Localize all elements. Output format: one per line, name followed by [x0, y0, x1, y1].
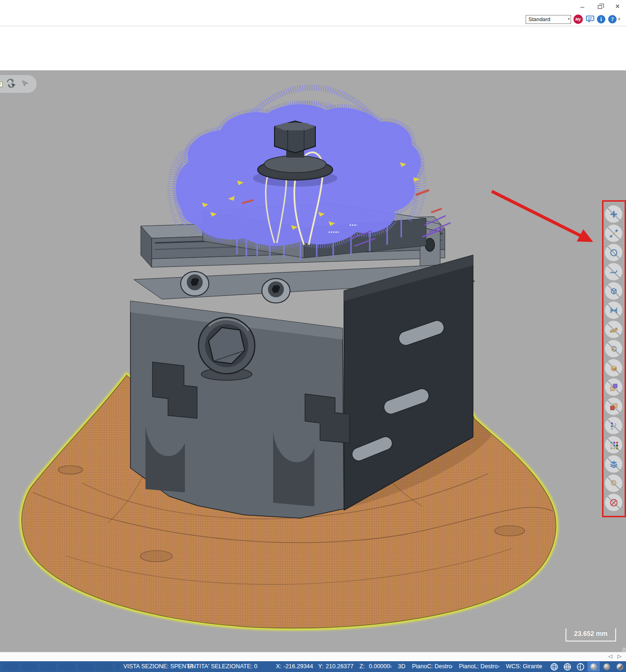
x-coordinate-label[interactable]: X: — [276, 663, 282, 670]
quickmask-surfaces-button[interactable] — [605, 321, 622, 338]
collapse-ribbon-button[interactable]: ∧ — [618, 16, 621, 21]
bolt-hole — [495, 526, 525, 536]
endpoints-icon — [609, 229, 618, 238]
selection-overlay-toolbar: ✓ — [0, 75, 37, 93]
y-coordinate-value[interactable]: 210.26377 — [326, 663, 353, 670]
feedback-button[interactable] — [585, 14, 595, 24]
quickmask-levels-button[interactable] — [605, 455, 622, 473]
restore-button[interactable] — [594, 1, 606, 12]
y-coordinate-label[interactable]: Y: — [318, 663, 323, 670]
quickmask-entity-attributes-button[interactable] — [605, 417, 622, 434]
chevron-down-icon[interactable]: ∨ — [539, 664, 542, 669]
gear-icon: ⚙ — [610, 479, 617, 487]
quickmask-endpoints-button[interactable] — [605, 225, 622, 242]
wireframe-globe-icon — [550, 663, 558, 671]
bolt-hole — [140, 551, 172, 562]
tplane-selector[interactable]: PianoL: Destro — [459, 663, 498, 670]
socket-screw — [262, 279, 290, 303]
style-dropdown-value: Standard — [528, 16, 550, 22]
mesh-squares-icon — [609, 383, 618, 392]
quickmask-solids-button[interactable] — [605, 359, 622, 377]
annotation-arrow — [492, 191, 593, 242]
quickmask-wireframe-button[interactable] — [605, 282, 622, 300]
color-grid-icon — [609, 440, 618, 450]
display-mode-wireframe-button[interactable] — [548, 662, 560, 672]
title-bar: – × — [0, 0, 626, 13]
restore-icon — [598, 5, 602, 9]
surface-icon — [609, 325, 618, 334]
translucent-sphere-icon — [616, 663, 624, 671]
chevron-down-icon[interactable]: ∨ — [389, 664, 392, 669]
display-mode-hidden-lines-button[interactable] — [574, 662, 587, 672]
quickmask-arcs-button[interactable] — [605, 244, 622, 261]
status-bar: VISTA SEZIONE: SPENTA ENTITA' SELEZIONAT… — [0, 661, 626, 672]
circle-icon — [609, 248, 618, 257]
quickmask-results-button[interactable] — [605, 398, 622, 415]
quickmask-points-button[interactable] — [605, 205, 622, 223]
help-icon: ? — [608, 15, 617, 23]
scene-canvas — [0, 70, 626, 652]
color-squares-icon — [609, 402, 618, 411]
horizontal-scrollbar: ◁ ▷ — [0, 652, 626, 661]
info-icon: i — [597, 15, 605, 23]
z-coordinate-value[interactable]: 0.00000 — [369, 663, 390, 670]
quickmask-surface-solids-button[interactable] — [605, 340, 622, 357]
close-button[interactable]: × — [611, 1, 624, 12]
wireframe-cube-icon — [609, 287, 618, 296]
quickmask-meshes-button[interactable] — [605, 378, 622, 396]
display-mode-translucent-button[interactable] — [614, 662, 626, 672]
x-coordinate-value[interactable]: -216.29344 — [283, 663, 313, 670]
help-button[interactable]: ? — [607, 14, 618, 24]
scroll-right-icon[interactable]: ▷ — [618, 653, 621, 659]
quickmask-dimensions-button[interactable] — [605, 302, 622, 319]
surface-cube-icon — [609, 344, 618, 354]
wcs-selector[interactable]: WCS: Girante — [506, 663, 542, 670]
attributes-list-icon — [609, 421, 618, 430]
scale-indicator: 23.652 mm — [565, 628, 616, 642]
spline-icon — [609, 267, 618, 277]
quick-mask-toolbar: ⚙ — [605, 205, 623, 513]
bolt-hole — [58, 466, 83, 474]
quickmask-by-color-button[interactable] — [605, 436, 622, 453]
socket-screw — [181, 272, 209, 296]
dimension-icon — [609, 306, 618, 315]
entities-selected-status: ENTITA' SELEZIONATE: 0 — [188, 663, 257, 670]
wireframe-globe-dense-icon — [563, 663, 572, 671]
quickmask-settings-button[interactable]: ⚙ — [605, 475, 622, 492]
display-mode-wireframe-dense-button[interactable] — [561, 662, 573, 672]
layers-icon — [609, 460, 618, 469]
style-dropdown[interactable]: Standard ▾ — [526, 15, 571, 24]
cplane-selector[interactable]: PianoC: Destro — [412, 663, 452, 670]
gray-sphere-icon — [603, 663, 611, 671]
info-button[interactable]: i — [596, 14, 606, 24]
my-mastercam-button[interactable]: My — [573, 14, 583, 24]
dimension-mode-toggle[interactable]: 3D — [398, 663, 405, 670]
display-mode-shaded-no-edges-button[interactable] — [601, 662, 613, 672]
scrollbar-corner — [622, 648, 626, 652]
shaded-sphere-icon — [589, 663, 598, 671]
section-view-status: VISTA SEZIONE: SPENTA — [123, 663, 193, 670]
scale-label: 23.652 mm — [574, 630, 608, 637]
feedback-icon — [586, 15, 595, 23]
reselect-icon[interactable] — [6, 78, 16, 91]
my-mastercam-logo: My — [573, 15, 583, 24]
scroll-left-icon[interactable]: ◁ — [608, 653, 612, 659]
quick-access-toolbar: Standard ▾ My i ? ∧ — [0, 13, 626, 26]
quickmask-clear-all-button[interactable] — [605, 494, 622, 511]
previous-selection-icon[interactable] — [21, 79, 29, 90]
display-mode-shaded-button[interactable] — [588, 662, 600, 672]
z-coordinate-label[interactable]: Z: — [359, 663, 365, 670]
end-selection-checkbox-icon[interactable]: ✓ — [0, 79, 3, 88]
points-icon — [609, 210, 618, 219]
half-globe-icon — [576, 663, 585, 671]
vise-hex-bolt — [198, 317, 255, 380]
chevron-down-icon[interactable]: ∨ — [497, 664, 500, 669]
chevron-down-icon: ▾ — [568, 17, 570, 21]
chevron-down-icon[interactable]: ∨ — [450, 664, 453, 669]
graphics-viewport[interactable]: ✓ — [0, 70, 626, 652]
prohibition-icon — [609, 498, 618, 507]
minimize-button[interactable]: – — [576, 1, 588, 12]
solid-box-icon — [609, 363, 618, 373]
quickmask-splines-button[interactable] — [605, 263, 622, 280]
